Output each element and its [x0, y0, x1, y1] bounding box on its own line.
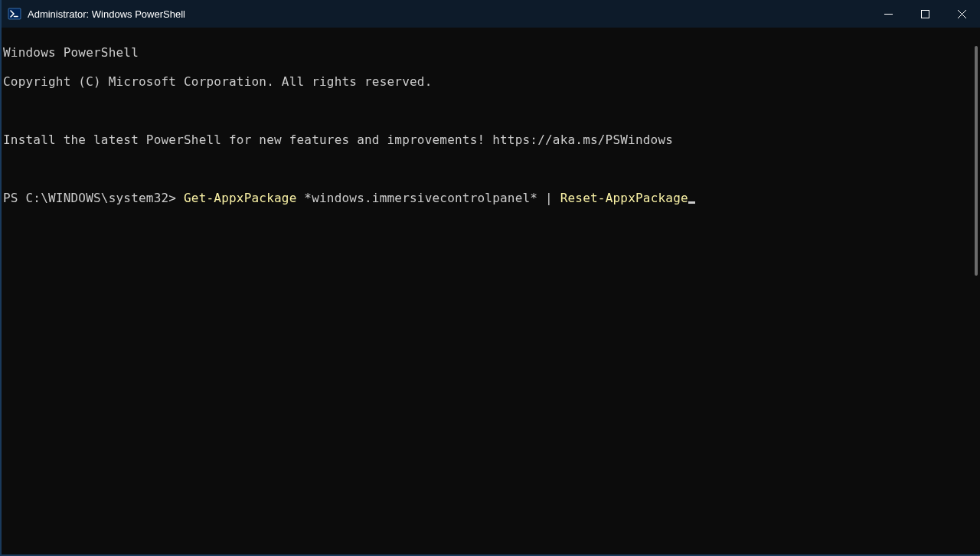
window-title: Administrator: Windows PowerShell [28, 8, 185, 20]
minimize-button[interactable] [870, 0, 906, 28]
banner-line-1: Windows PowerShell [3, 45, 978, 60]
scrollbar-thumb[interactable] [975, 46, 978, 276]
cmdlet-get: Get-AppxPackage [184, 191, 297, 205]
maximize-button[interactable] [906, 0, 943, 28]
banner-line-2: Copyright (C) Microsoft Corporation. All… [3, 74, 978, 89]
text-cursor [688, 201, 695, 204]
blank-line [3, 103, 978, 118]
window-controls [870, 0, 980, 28]
scrollbar-track[interactable] [969, 28, 980, 554]
close-button[interactable] [943, 0, 980, 28]
powershell-window: Administrator: Windows PowerShell Wind [0, 0, 980, 556]
command-arg: *windows.immersivecontrolpanel* [297, 191, 545, 205]
prompt-text: PS C:\WINDOWS\system32> [3, 191, 184, 205]
terminal-output[interactable]: Windows PowerShell Copyright (C) Microso… [2, 28, 980, 554]
pipe-operator: | [545, 191, 560, 205]
minimize-icon [884, 10, 893, 18]
command-line: PS C:\WINDOWS\system32> Get-AppxPackage … [3, 191, 978, 205]
close-icon [958, 10, 966, 18]
blank-line [3, 162, 978, 176]
svg-rect-3 [921, 10, 929, 18]
install-message: Install the latest PowerShell for new fe… [3, 132, 978, 147]
cmdlet-reset: Reset-AppxPackage [560, 191, 688, 205]
maximize-icon [921, 10, 929, 18]
svg-rect-0 [8, 8, 21, 19]
titlebar[interactable]: Administrator: Windows PowerShell [2, 0, 980, 28]
powershell-icon [8, 7, 21, 21]
title-left: Administrator: Windows PowerShell [8, 7, 185, 21]
